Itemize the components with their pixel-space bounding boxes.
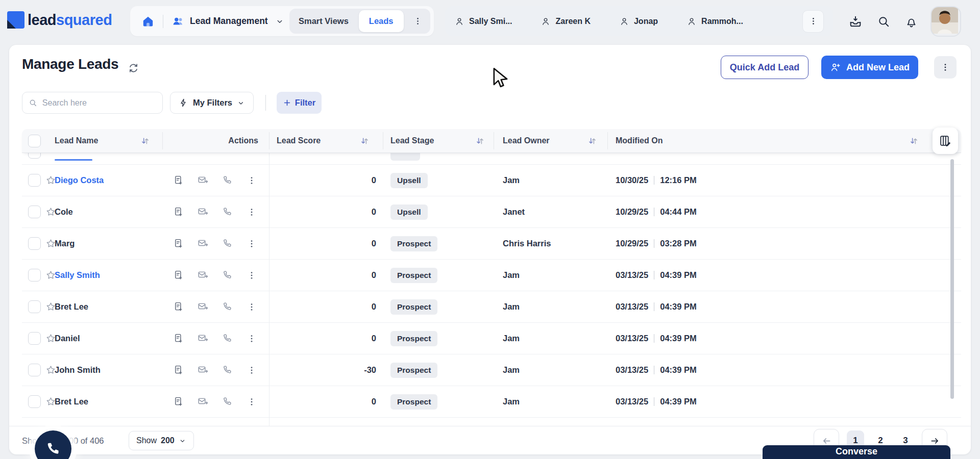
row-menu-icon[interactable] (247, 270, 257, 280)
add-note-icon[interactable] (173, 301, 184, 312)
row-menu-icon[interactable] (247, 365, 257, 375)
lead-name-link[interactable]: John Smith (55, 354, 101, 386)
call-icon[interactable] (222, 270, 233, 280)
call-icon[interactable] (222, 333, 233, 344)
page-menu-icon[interactable] (934, 56, 957, 79)
row-menu-icon[interactable] (247, 397, 257, 407)
column-lead-owner[interactable]: Lead Owner (503, 129, 550, 152)
send-email-icon[interactable] (198, 333, 208, 344)
converse-bar[interactable]: Converse (763, 445, 950, 459)
sort-icon[interactable] (475, 129, 485, 152)
lead-name-link[interactable]: Bret Lee (55, 291, 88, 322)
divider (265, 95, 266, 111)
add-note-icon[interactable] (173, 175, 184, 186)
open-tabs-menu-icon[interactable] (802, 10, 824, 33)
call-icon[interactable] (222, 238, 233, 249)
table-row[interactable]: Sally Smith 0 Prospect Jam 03/13/25 04:3… (22, 260, 961, 291)
open-tab-lead[interactable]: Sally Smi... (454, 16, 512, 27)
bell-icon[interactable] (902, 13, 920, 31)
column-lead-score[interactable]: Lead Score (277, 129, 321, 152)
search-icon[interactable] (875, 13, 892, 30)
row-checkbox[interactable] (28, 174, 41, 187)
call-icon[interactable] (222, 365, 233, 375)
add-new-lead-button[interactable]: Add New Lead (821, 56, 918, 79)
table-row-partial (22, 152, 961, 165)
my-filters-dropdown[interactable]: My Filters (170, 92, 254, 114)
call-icon[interactable] (222, 301, 233, 312)
lead-name-link[interactable]: Bret Lee (55, 386, 88, 417)
inbox-icon[interactable] (846, 12, 865, 31)
vertical-scrollbar[interactable] (950, 159, 954, 399)
column-lead-name[interactable]: Lead Name (55, 129, 98, 152)
tab-smart-views[interactable]: Smart Views (289, 9, 358, 34)
add-note-icon[interactable] (173, 365, 184, 375)
avatar[interactable] (930, 6, 961, 37)
send-email-icon[interactable] (198, 270, 208, 280)
row-checkbox[interactable] (28, 237, 41, 250)
send-email-icon[interactable] (198, 238, 208, 249)
row-menu-icon[interactable] (247, 334, 257, 344)
send-email-icon[interactable] (198, 207, 208, 217)
home-icon[interactable] (141, 15, 155, 28)
row-menu-icon[interactable] (247, 239, 257, 249)
open-tab-lead[interactable]: Zareen K (541, 16, 590, 27)
add-note-icon[interactable] (173, 396, 184, 407)
modified-on-value: 10/29/25 04:44 PM (616, 196, 697, 227)
sort-icon[interactable] (140, 129, 150, 152)
tab-leads[interactable]: Leads (359, 10, 404, 32)
row-checkbox[interactable] (28, 364, 41, 376)
column-edit-icon[interactable] (933, 128, 958, 154)
filter-button[interactable]: Filter (277, 92, 322, 114)
row-checkbox[interactable] (28, 300, 41, 313)
row-menu-icon[interactable] (247, 302, 257, 312)
column-modified-on[interactable]: Modified On (616, 129, 663, 152)
table-row[interactable]: Bret Lee 0 Prospect Jam 03/13/25 04:39 P… (22, 291, 961, 323)
lead-name-link[interactable]: Cole (55, 196, 73, 227)
row-actions (173, 291, 262, 322)
row-checkbox[interactable] (28, 206, 41, 218)
select-all-checkbox[interactable] (28, 135, 41, 147)
sort-icon[interactable] (587, 129, 597, 152)
table-row[interactable]: Cole 0 Upsell Janet 10/29/25 04:44 PM (22, 196, 961, 228)
add-note-icon[interactable] (173, 270, 184, 280)
row-menu-icon[interactable] (247, 175, 257, 186)
open-tab-lead[interactable]: Rammoh... (687, 16, 743, 27)
column-lead-stage[interactable]: Lead Stage (390, 129, 434, 152)
send-email-icon[interactable] (198, 175, 208, 186)
table-row[interactable]: Diego Costa 0 Upsell Jam 10/30/25 12:16 … (22, 165, 961, 196)
row-menu-icon[interactable] (247, 207, 257, 217)
row-checkbox[interactable] (28, 152, 41, 159)
sort-icon[interactable] (909, 129, 919, 152)
sort-icon[interactable] (360, 129, 370, 152)
divider (654, 397, 654, 406)
add-note-icon[interactable] (173, 207, 184, 217)
search-input[interactable] (41, 98, 156, 108)
send-email-icon[interactable] (198, 301, 208, 312)
lead-name-link[interactable]: Diego Costa (55, 165, 104, 196)
table-row[interactable]: Daniel 0 Prospect Jam 03/13/25 04:39 PM (22, 323, 961, 354)
table-row[interactable]: Bret Lee 0 Prospect Jam 03/13/25 04:39 P… (22, 386, 961, 418)
row-checkbox[interactable] (28, 395, 41, 408)
table-row[interactable]: Marg 0 Prospect Chris Harris 10/29/25 03… (22, 228, 961, 260)
quick-add-lead-button[interactable]: Quick Add Lead (721, 56, 808, 79)
lead-name-link[interactable]: Daniel (55, 323, 80, 354)
add-note-icon[interactable] (173, 333, 184, 344)
open-tab-lead[interactable]: Jonap (619, 16, 658, 27)
call-icon[interactable] (222, 207, 233, 217)
table-row[interactable]: John Smith -30 Prospect Jam 03/13/25 04:… (22, 354, 961, 386)
row-checkbox[interactable] (28, 332, 41, 345)
add-note-icon[interactable] (173, 238, 184, 249)
refresh-icon[interactable] (128, 62, 139, 74)
modified-date: 03/13/25 (616, 334, 648, 343)
tabs-menu-icon[interactable] (408, 16, 428, 26)
workspace-selector[interactable]: Lead Management (172, 15, 284, 28)
lead-name-link[interactable]: Marg (55, 228, 75, 259)
send-email-icon[interactable] (198, 396, 208, 407)
row-checkbox[interactable] (28, 269, 41, 282)
lead-name-link[interactable]: Sally Smith (55, 260, 100, 291)
page-size-dropdown[interactable]: Show200 (129, 431, 194, 450)
call-icon[interactable] (222, 175, 233, 186)
call-icon[interactable] (222, 396, 233, 407)
send-email-icon[interactable] (198, 365, 208, 375)
leadsquared-logo[interactable]: leadsquared (7, 11, 112, 29)
